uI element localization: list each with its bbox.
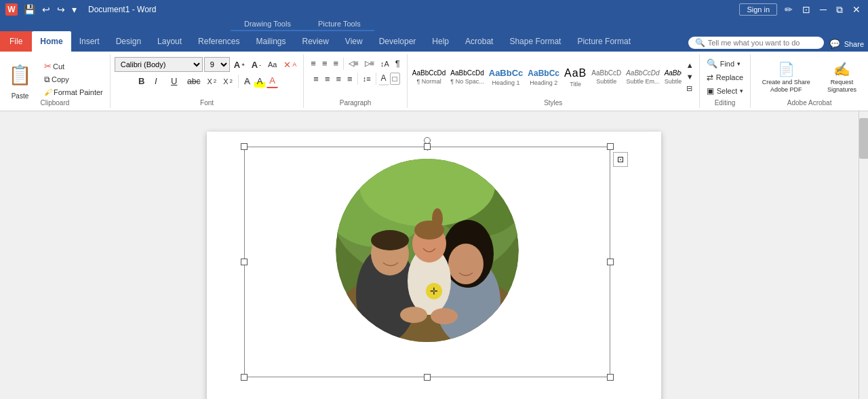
change-case-button[interactable]: Aa (265, 59, 279, 70)
save-button[interactable]: 💾 (22, 4, 37, 15)
create-pdf-button[interactable]: 📄 Create and Share Adobe PDF (755, 57, 817, 98)
cut-button[interactable]: ✂ Cut (41, 60, 106, 73)
copy-button[interactable]: ⧉ Copy (41, 73, 106, 86)
numbering-button[interactable]: ≡ (319, 57, 330, 70)
underline-button[interactable]: U (168, 75, 183, 88)
undo-button[interactable]: ↩ (40, 4, 52, 15)
tab-help[interactable]: Help (424, 31, 457, 52)
sign-in-button[interactable]: Sign in (739, 3, 777, 16)
handle-top-left[interactable] (241, 143, 248, 150)
tab-review[interactable]: Review (294, 31, 336, 52)
align-center-button[interactable]: ≡ (322, 73, 333, 86)
scrollbar-track[interactable] (859, 111, 868, 399)
superscript-button[interactable]: X2 (220, 76, 235, 87)
style-subtle-em[interactable]: AaBbCcDd Subtle Em... (624, 58, 661, 97)
tell-me-input[interactable] (708, 39, 816, 47)
cut-icon: ✂ (44, 61, 52, 71)
decrease-indent-button[interactable]: ◁≡ (346, 58, 361, 69)
increase-indent-button[interactable]: ▷≡ (362, 58, 377, 69)
line-spacing-button[interactable]: ↕≡ (360, 73, 374, 84)
bullets-button[interactable]: ≡ (308, 57, 319, 70)
layout-options-button[interactable]: ⊡ (613, 152, 628, 167)
customize-qat-button[interactable]: ▾ (70, 4, 79, 15)
italic-button[interactable]: I (152, 75, 167, 88)
tab-file[interactable]: File (0, 31, 32, 52)
show-hide-button[interactable]: ¶ (393, 57, 403, 70)
tab-insert[interactable]: Insert (71, 31, 108, 52)
text-effects-button[interactable]: A (241, 75, 253, 88)
separator (376, 73, 376, 85)
paste-button[interactable]: 📋 (4, 57, 36, 92)
find-button[interactable]: 🔍 Find ▾ (704, 57, 743, 70)
title-bar-left: W 💾 ↩ ↪ ▾ Document1 - Word (5, 3, 156, 16)
quick-access-toolbar: 💾 ↩ ↪ ▾ (22, 4, 79, 15)
scrollbar-thumb[interactable] (859, 118, 868, 159)
tab-design[interactable]: Design (108, 31, 149, 52)
tab-layout[interactable]: Layout (149, 31, 190, 52)
picture-tools-context[interactable]: Picture Tools (304, 18, 374, 31)
minimize-button[interactable]: ─ (818, 4, 829, 15)
borders-button[interactable]: □ (390, 73, 400, 85)
handle-bottom-left[interactable] (241, 374, 248, 381)
select-button[interactable]: ▣ Select ▾ (704, 85, 747, 97)
align-right-button[interactable]: ≡ (333, 73, 344, 86)
paragraph-label: Paragraph (304, 99, 406, 107)
shrink-font-button[interactable]: A- (249, 58, 264, 71)
font-label: Font (111, 99, 304, 107)
image-container[interactable]: ⊡ (244, 147, 610, 377)
tab-view[interactable]: View (337, 31, 371, 52)
style-normal[interactable]: AaBbCcDd ¶ Normal (410, 58, 448, 97)
request-signatures-button[interactable]: ✍ Request Signatures (820, 57, 864, 98)
close-button[interactable]: ✕ (850, 4, 863, 15)
acrobat-group: 📄 Create and Share Adobe PDF ✍ Request S… (751, 54, 868, 108)
restore-button[interactable]: ⧉ (834, 4, 845, 16)
mode-button[interactable]: ⊡ (800, 4, 812, 15)
styles-more[interactable]: ⊟ (684, 83, 696, 94)
styles-scroll-down[interactable]: ▼ (684, 71, 696, 82)
grow-font-button[interactable]: A+ (231, 58, 248, 71)
subscript-button[interactable]: X2 (204, 76, 219, 87)
drawing-tools-context[interactable]: Drawing Tools (231, 18, 304, 31)
align-left-button[interactable]: ≡ (311, 73, 321, 86)
comments-button[interactable]: 💬 (829, 39, 840, 49)
styles-scroll-up[interactable]: ▲ (684, 60, 696, 71)
shading-button[interactable]: A (378, 72, 389, 86)
tab-references[interactable]: References (190, 31, 248, 52)
font-size-dropdown[interactable]: 9 (204, 57, 230, 72)
handle-top-center[interactable] (424, 143, 431, 150)
handle-middle-left[interactable] (241, 259, 248, 265)
tab-home[interactable]: Home (32, 31, 71, 52)
handle-top-right[interactable] (607, 143, 614, 150)
sort-button[interactable]: ↕A (378, 58, 392, 69)
font-color-button[interactable]: A (267, 74, 278, 88)
separator (238, 75, 239, 88)
bold-button[interactable]: B (136, 75, 151, 88)
redo-button[interactable]: ↪ (55, 4, 67, 15)
handle-bottom-right[interactable] (607, 374, 614, 381)
replace-button[interactable]: ⇄ Replace (704, 71, 746, 83)
strikethrough-button[interactable]: abc (184, 75, 203, 88)
style-title[interactable]: AaB Title (562, 58, 589, 97)
style-heading1[interactable]: AaBbCc Heading 1 (487, 58, 526, 97)
handle-middle-right[interactable] (607, 259, 614, 265)
tab-shape-format[interactable]: Shape Format (501, 31, 569, 52)
svg-point-17 (431, 308, 458, 324)
style-no-spacing[interactable]: AaBbCcDd ¶ No Spac... (448, 58, 486, 97)
tab-picture-format[interactable]: Picture Format (569, 31, 639, 52)
tell-me-box[interactable]: 🔍 (688, 37, 824, 49)
pen-button[interactable]: ✏ (783, 4, 795, 15)
format-painter-button[interactable]: 🖌 Format Painter (41, 86, 106, 98)
handle-bottom-center[interactable] (424, 374, 431, 381)
tab-developer[interactable]: Developer (371, 31, 425, 52)
tab-mailings[interactable]: Mailings (248, 31, 294, 52)
clear-formatting-button[interactable]: ✕A (281, 58, 299, 71)
style-subtitle[interactable]: AaBbCcD Subtitle (589, 58, 623, 97)
share-button[interactable]: Share (844, 40, 864, 48)
style-heading2[interactable]: AaBbCc Heading 2 (526, 58, 561, 97)
style-subtle-em2[interactable]: AaBbCcDd Subtle Em... (663, 58, 682, 97)
justify-button[interactable]: ≡ (344, 73, 355, 86)
font-name-dropdown[interactable]: Calibri (Body) (115, 57, 203, 72)
text-highlight-button[interactable]: A (254, 75, 266, 88)
tab-acrobat[interactable]: Acrobat (457, 31, 501, 52)
multilevel-list-button[interactable]: ≡ (331, 57, 342, 70)
